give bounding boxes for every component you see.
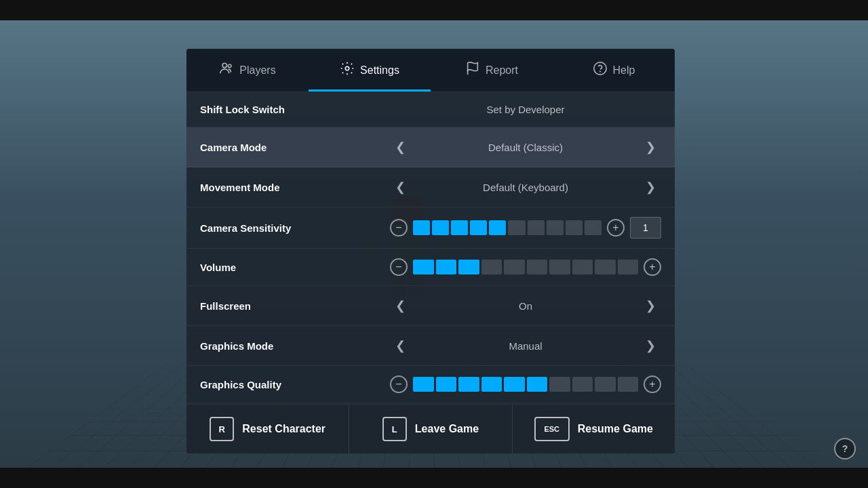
setting-label-fullscreen: Fullscreen — [200, 300, 390, 312]
setting-row-camera-sensitivity: Camera Sensitivity−+1 — [186, 207, 675, 249]
slider-seg-graphics-quality-7 — [572, 377, 593, 392]
setting-control-fullscreen: ❮On❯ — [390, 296, 661, 316]
slider-seg-camera-sensitivity-3 — [470, 220, 487, 235]
setting-row-fullscreen: Fullscreen❮On❯ — [186, 286, 675, 326]
slider-seg-graphics-quality-3 — [481, 377, 502, 392]
setting-value-movement-mode: Default (Keyboard) — [416, 182, 635, 193]
arrow-left-camera-mode[interactable]: ❮ — [390, 137, 411, 157]
slider-seg-camera-sensitivity-6 — [528, 220, 545, 235]
settings-panel: Players Settings Report Help Shift Lock … — [186, 49, 675, 453]
slider-minus-volume[interactable]: − — [390, 258, 408, 276]
slider-seg-camera-sensitivity-1 — [432, 220, 449, 235]
svg-point-4 — [593, 62, 606, 75]
action-btn-label-leave-game: Leave Game — [415, 423, 479, 435]
slider-seg-graphics-quality-6 — [549, 377, 570, 392]
tab-help-label: Help — [613, 64, 635, 77]
slider-track-camera-sensitivity[interactable] — [413, 220, 601, 235]
svg-point-1 — [229, 64, 232, 68]
slider-seg-graphics-quality-0 — [413, 377, 434, 392]
tab-help[interactable]: Help — [553, 49, 675, 92]
slider-seg-volume-5 — [527, 260, 548, 274]
settings-icon — [340, 61, 355, 79]
slider-seg-camera-sensitivity-9 — [585, 220, 601, 235]
action-btn-label-reset-character: Reset Character — [242, 423, 326, 435]
action-btn-leave-game[interactable]: LLeave Game — [349, 405, 512, 453]
slider-seg-volume-4 — [504, 260, 525, 274]
setting-row-camera-mode: Camera Mode❮Default (Classic)❯ — [186, 127, 675, 167]
arrow-right-camera-mode[interactable]: ❯ — [640, 137, 661, 157]
setting-row-graphics-quality: Graphics Quality−+ — [186, 366, 675, 403]
slider-seg-volume-3 — [481, 260, 502, 274]
slider-seg-volume-7 — [572, 260, 593, 274]
setting-control-graphics-mode: ❮Manual❯ — [390, 336, 661, 356]
setting-control-volume: −+ — [390, 258, 661, 276]
setting-value-camera-mode: Default (Classic) — [416, 142, 635, 153]
tab-settings-label: Settings — [360, 64, 399, 77]
tab-report[interactable]: Report — [431, 49, 553, 92]
slider-track-volume[interactable] — [413, 260, 638, 274]
arrow-left-fullscreen[interactable]: ❮ — [390, 296, 411, 316]
action-btn-label-resume-game: Resume Game — [578, 423, 653, 435]
slider-seg-graphics-quality-4 — [504, 377, 525, 392]
setting-value-fullscreen: On — [416, 300, 635, 312]
arrow-right-fullscreen[interactable]: ❯ — [640, 296, 661, 316]
svg-point-0 — [222, 63, 226, 67]
slider-plus-camera-sensitivity[interactable]: + — [607, 219, 625, 237]
slider-seg-volume-0 — [413, 260, 434, 274]
arrow-left-graphics-mode[interactable]: ❮ — [390, 336, 411, 356]
arrow-right-movement-mode[interactable]: ❯ — [640, 177, 661, 197]
setting-control-graphics-quality: −+ — [390, 375, 661, 393]
tab-bar: Players Settings Report Help — [186, 49, 675, 92]
black-bar-bottom — [0, 468, 868, 488]
arrow-left-movement-mode[interactable]: ❮ — [390, 177, 411, 197]
slider-plus-volume[interactable]: + — [644, 258, 661, 276]
settings-content: Shift Lock SwitchSet by DeveloperCamera … — [186, 92, 675, 404]
arrow-right-graphics-mode[interactable]: ❯ — [640, 336, 661, 356]
setting-value-shift-lock: Set by Developer — [390, 104, 661, 115]
slider-plus-graphics-quality[interactable]: + — [644, 375, 661, 393]
black-bar-top — [0, 0, 868, 20]
slider-seg-camera-sensitivity-7 — [547, 220, 564, 235]
slider-track-graphics-quality[interactable] — [413, 377, 638, 392]
slider-seg-camera-sensitivity-5 — [508, 220, 525, 235]
setting-label-camera-mode: Camera Mode — [200, 142, 390, 153]
tab-players-label: Players — [239, 64, 275, 77]
slider-seg-volume-6 — [549, 260, 570, 274]
key-badge-reset-character: R — [210, 417, 234, 441]
slider-seg-graphics-quality-2 — [458, 377, 479, 392]
slider-seg-camera-sensitivity-0 — [413, 220, 430, 235]
setting-row-volume: Volume−+ — [186, 249, 675, 286]
slider-seg-volume-9 — [618, 260, 639, 274]
slider-seg-volume-2 — [458, 260, 479, 274]
slider-seg-graphics-quality-5 — [527, 377, 548, 392]
tab-report-label: Report — [486, 64, 518, 77]
value-box-camera-sensitivity: 1 — [630, 217, 661, 239]
setting-control-camera-sensitivity: −+1 — [390, 217, 661, 239]
slider-seg-graphics-quality-9 — [618, 377, 639, 392]
key-badge-resume-game: ESC — [534, 417, 570, 441]
slider-minus-camera-sensitivity[interactable]: − — [390, 219, 408, 237]
help-corner-button[interactable]: ? — [834, 438, 856, 460]
slider-seg-graphics-quality-1 — [436, 377, 457, 392]
setting-label-graphics-mode: Graphics Mode — [200, 340, 390, 352]
action-btn-resume-game[interactable]: ESCResume Game — [513, 405, 675, 453]
setting-label-graphics-quality: Graphics Quality — [200, 379, 390, 390]
setting-control-camera-mode: ❮Default (Classic)❯ — [390, 137, 661, 157]
action-btn-reset-character[interactable]: RReset Character — [186, 405, 349, 453]
setting-value-graphics-mode: Manual — [416, 340, 635, 352]
setting-control-movement-mode: ❮Default (Keyboard)❯ — [390, 177, 661, 197]
svg-point-2 — [345, 66, 349, 70]
slider-minus-graphics-quality[interactable]: − — [390, 375, 408, 393]
slider-seg-volume-8 — [595, 260, 616, 274]
help-icon — [593, 61, 608, 79]
setting-control-shift-lock: Set by Developer — [390, 104, 661, 115]
slider-seg-camera-sensitivity-2 — [451, 220, 468, 235]
slider-seg-volume-1 — [436, 260, 457, 274]
setting-row-movement-mode: Movement Mode❮Default (Keyboard)❯ — [186, 167, 675, 207]
players-icon — [219, 61, 234, 79]
tab-players[interactable]: Players — [186, 49, 309, 92]
slider-seg-graphics-quality-8 — [595, 377, 616, 392]
setting-label-camera-sensitivity: Camera Sensitivity — [200, 222, 390, 234]
tab-settings[interactable]: Settings — [309, 49, 431, 92]
slider-seg-camera-sensitivity-4 — [489, 220, 506, 235]
